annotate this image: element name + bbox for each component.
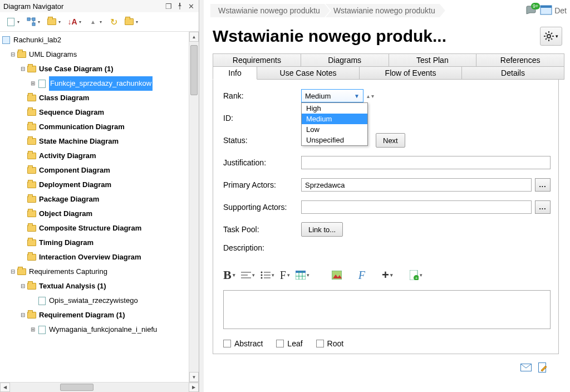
tree-item[interactable]: Package Diagram — [0, 192, 189, 207]
splitter[interactable] — [199, 0, 204, 392]
tree-label[interactable]: Requirement Diagram (1) — [39, 308, 125, 322]
tree-item[interactable]: Class Diagram — [0, 91, 189, 105]
diagram-tree[interactable]: Rachunki_lab2 ⊟ UML Diagrams ⊟ Use Case … — [0, 32, 189, 382]
tab-diagrams[interactable]: Diagrams — [301, 53, 389, 67]
scroll-track[interactable] — [189, 42, 199, 372]
tree-label[interactable]: Textual Analysis (1) — [39, 279, 106, 293]
add-icon[interactable]: +▾ — [382, 268, 393, 282]
tree-label[interactable]: Communication Diagram — [39, 120, 125, 134]
checkbox-icon[interactable] — [223, 340, 231, 347]
taskpool-linkto-button[interactable]: Link to... — [301, 222, 343, 237]
rank-combo[interactable]: Medium ▼ — [301, 89, 363, 102]
rank-option-medium[interactable]: Medium — [302, 114, 367, 124]
tree-item[interactable]: Sequence Diagram — [0, 105, 189, 120]
abstract-checkbox[interactable]: Abstract — [223, 339, 263, 348]
tree-item[interactable]: Object Diagram — [0, 207, 189, 221]
tree-label[interactable]: Rachunki_lab2 — [13, 33, 61, 47]
refresh-icon[interactable]: ↻ — [106, 14, 121, 29]
insert-doc-icon[interactable]: +▾ — [410, 270, 422, 280]
rank-option-high[interactable]: High — [302, 103, 367, 114]
tab-info[interactable]: Info — [213, 66, 257, 80]
scroll-up-icon[interactable]: ▲ — [189, 32, 199, 42]
tree-label[interactable]: Package Diagram — [39, 192, 99, 207]
edit-doc-icon[interactable] — [537, 362, 548, 373]
rank-dropdown-list[interactable]: High Medium Low Unspecified — [301, 102, 368, 146]
root-checkbox[interactable]: Root — [316, 339, 344, 348]
tree-label[interactable]: Timing Diagram — [39, 236, 94, 250]
tree-group-textual[interactable]: ⊟ Textual Analysis (1) — [0, 279, 189, 293]
dropdown-arrow-icon[interactable]: ▾ — [58, 19, 64, 24]
scroll-track[interactable] — [10, 383, 189, 392]
tree-item[interactable]: Interaction Overview Diagram — [0, 250, 189, 264]
tree-label[interactable]: Wymagania_funkcjonalne_i_niefu — [49, 322, 157, 337]
tab-details[interactable]: Details — [461, 66, 564, 80]
expander-icon[interactable]: ⊟ — [9, 264, 17, 279]
tree-view-icon[interactable] — [24, 14, 38, 29]
primary-actors-browse-button[interactable]: ... — [535, 178, 551, 192]
align-icon[interactable]: ▾ — [241, 271, 255, 279]
dropdown-arrow-icon[interactable]: ▾ — [38, 19, 43, 24]
expander-icon[interactable]: ⊞ — [29, 76, 37, 91]
tree-group-requirements[interactable]: ⊟ Requirements Capturing — [0, 264, 189, 279]
font-color-icon[interactable]: F — [358, 269, 365, 282]
tree-label[interactable]: Use Case Diagram (1) — [39, 62, 114, 76]
scroll-thumb[interactable] — [60, 384, 94, 391]
spin-down-icon[interactable]: ▾ — [371, 93, 374, 99]
expander-icon[interactable]: ⊟ — [9, 47, 17, 62]
justification-input[interactable] — [301, 156, 551, 169]
tree-group-uml[interactable]: ⊟ UML Diagrams — [0, 47, 189, 62]
tree-label[interactable]: Activity Diagram — [39, 149, 96, 163]
table-icon[interactable]: ▾ — [296, 271, 309, 280]
tree-item-usecase[interactable]: ⊞ Funkcje_sprzedazy_rachunkow — [0, 76, 189, 91]
tree-item[interactable]: Composite Structure Diagram — [0, 221, 189, 236]
rank-option-unspecified[interactable]: Unspecified — [302, 135, 367, 145]
expander-icon[interactable]: ⊟ — [19, 308, 27, 322]
tree-label[interactable]: UML Diagrams — [29, 47, 77, 62]
tree-label[interactable]: Class Diagram — [39, 91, 89, 105]
tab-usecasenotes[interactable]: Use Case Notes — [257, 66, 360, 80]
pin-icon[interactable] — [175, 2, 184, 11]
tree-label[interactable]: Deployment Diagram — [39, 178, 111, 192]
breadcrumb-item[interactable]: Wstawianie nowego produktu — [326, 4, 445, 17]
image-icon[interactable] — [332, 271, 342, 280]
new-item-icon[interactable] — [3, 14, 18, 29]
bold-icon[interactable]: B▾ — [223, 268, 235, 282]
breadcrumb-tail[interactable]: Det — [554, 6, 567, 15]
tree-group-usecase[interactable]: ⊟ Use Case Diagram (1) — [0, 62, 189, 76]
tree-root[interactable]: Rachunki_lab2 — [0, 33, 189, 47]
open-folder-icon[interactable] — [45, 14, 59, 29]
scroll-thumb[interactable] — [190, 45, 198, 95]
font-icon[interactable]: F▾ — [280, 269, 290, 282]
leaf-checkbox[interactable]: Leaf — [276, 339, 302, 348]
spin-up-icon[interactable]: ▴ — [367, 93, 370, 99]
mail-icon[interactable] — [520, 362, 532, 373]
tree-item-textual[interactable]: Opis_swiata_rzeczywistego — [0, 293, 189, 308]
close-icon[interactable]: ✕ — [186, 2, 195, 11]
tree-label[interactable]: Composite Structure Diagram — [39, 221, 141, 236]
supporting-actors-browse-button[interactable]: ... — [535, 200, 551, 214]
collapse-icon[interactable]: ▴ — [86, 14, 100, 29]
tree-label[interactable]: Funkcje_sprzedazy_rachunkow — [49, 76, 153, 91]
tree-item[interactable]: State Machine Diagram — [0, 134, 189, 149]
window-restore-icon[interactable]: ❐ — [164, 2, 173, 11]
dropdown-arrow-icon[interactable]: ▾ — [136, 19, 141, 24]
sort-icon[interactable]: ↓A — [65, 14, 80, 29]
expander-icon[interactable]: ⊞ — [29, 322, 37, 337]
notification-icon[interactable]: 9+ — [525, 5, 538, 16]
tree-label[interactable]: Object Diagram — [39, 207, 92, 221]
horizontal-scrollbar[interactable]: ◀ ▶ — [0, 382, 199, 392]
scroll-down-icon[interactable]: ▼ — [189, 372, 199, 382]
tree-item[interactable]: Communication Diagram — [0, 120, 189, 134]
tab-requirements[interactable]: Requirements — [213, 53, 301, 67]
breadcrumb-item[interactable]: Wstawianie nowego produktu — [210, 4, 330, 17]
settings-button[interactable]: ▾ — [540, 27, 562, 46]
tree-label[interactable]: Sequence Diagram — [39, 105, 104, 120]
primary-actors-input[interactable] — [301, 178, 532, 192]
folder-blue-icon[interactable] — [122, 14, 136, 29]
tree-label[interactable]: Component Diagram — [39, 163, 110, 178]
rank-option-low[interactable]: Low — [302, 124, 367, 135]
dropdown-arrow-icon[interactable]: ▾ — [17, 19, 23, 24]
vertical-scrollbar[interactable]: ▲ ▼ — [189, 32, 199, 382]
scroll-right-icon[interactable]: ▶ — [189, 383, 199, 392]
expander-icon[interactable]: ⊟ — [19, 279, 27, 293]
